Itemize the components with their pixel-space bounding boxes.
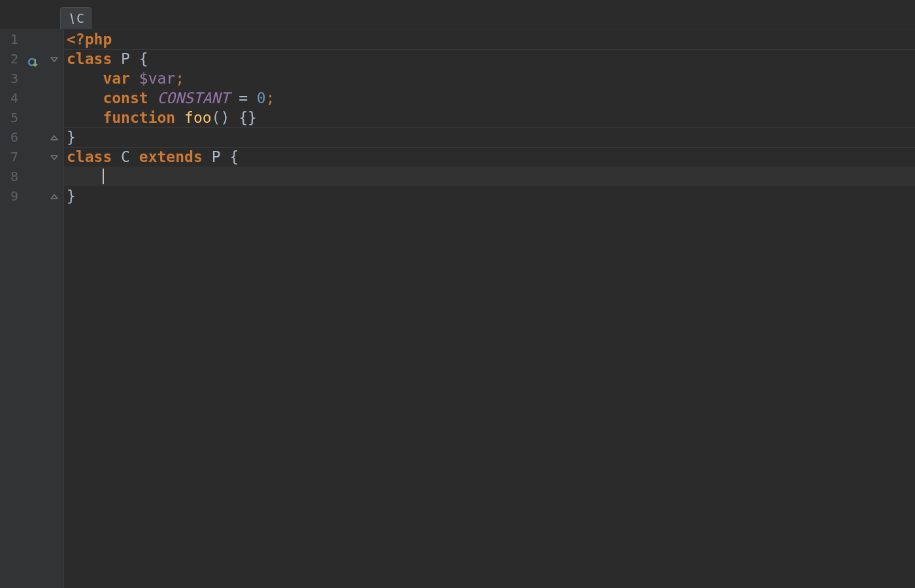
gutter-icon-cell (21, 29, 44, 49)
gutter-icon-cell[interactable] (21, 49, 44, 69)
method-separator (64, 127, 915, 147)
code-token: 0 (257, 90, 266, 106)
breadcrumb-chip-class[interactable]: \C (60, 7, 92, 29)
code-token: P (121, 50, 130, 67)
fold-cell[interactable] (44, 49, 64, 69)
editor-body: 1 2 3 4 5 6 7 8 9 (0, 29, 915, 588)
code-line[interactable]: } (64, 186, 915, 206)
code-token: () (212, 109, 230, 126)
code-token (229, 109, 239, 126)
fold-close-up-icon[interactable] (50, 193, 59, 202)
fold-close-up-icon[interactable] (50, 134, 59, 143)
code-token: { (139, 50, 148, 67)
code-token (229, 90, 239, 106)
code-token: foo (184, 109, 212, 126)
code-token (203, 148, 212, 165)
gutter-icon-cell (21, 108, 44, 127)
code-token (148, 90, 158, 106)
breadcrumb-namespace-separator: \ (67, 10, 75, 26)
svg-point-1 (30, 59, 34, 63)
fold-open-down-icon[interactable] (50, 56, 59, 65)
code-token: C (121, 148, 130, 165)
gutter: 1 2 3 4 5 6 7 8 9 (0, 29, 64, 588)
fold-cell[interactable] (44, 186, 64, 206)
line-number[interactable]: 9 (0, 186, 21, 206)
code-token: P (212, 148, 221, 165)
code-token (175, 109, 184, 126)
code-token: class (67, 50, 112, 67)
code-line[interactable]: var $var; (64, 69, 915, 88)
fold-cell[interactable] (44, 147, 64, 167)
code-token: } (67, 188, 76, 204)
code-token (112, 148, 121, 165)
code-token (130, 148, 139, 165)
code-token (248, 90, 257, 106)
gutter-icons (21, 29, 44, 588)
code-token (130, 70, 139, 87)
line-number[interactable]: 4 (0, 88, 21, 108)
fold-cell (44, 108, 64, 127)
line-number[interactable]: 5 (0, 108, 21, 127)
code-token: function (103, 109, 175, 126)
code-token: $var (139, 70, 175, 87)
code-token: ; (175, 70, 184, 87)
code-editor: \C 1 2 3 4 5 6 7 8 9 (0, 0, 915, 588)
code-token (130, 50, 139, 67)
code-token (220, 148, 229, 165)
fold-cell[interactable] (44, 127, 64, 147)
gutter-line-numbers: 1 2 3 4 5 6 7 8 9 (0, 29, 21, 588)
code-token (112, 50, 121, 67)
code-token: const (103, 90, 148, 106)
code-token: CONSTANT (158, 90, 230, 106)
line-number[interactable]: 6 (0, 127, 21, 147)
code-line[interactable]: class P { (64, 49, 915, 69)
code-line[interactable]: } (64, 127, 915, 147)
line-number[interactable]: 2 (0, 49, 21, 69)
code-line[interactable]: const CONSTANT = 0; (64, 88, 915, 108)
indent (67, 109, 103, 126)
gutter-icon-cell (21, 167, 44, 186)
code-token: var (103, 70, 130, 87)
gutter-icon-cell (21, 69, 44, 88)
gutter-icon-cell (21, 147, 44, 167)
fold-cell (44, 29, 64, 49)
indent (67, 168, 103, 185)
indent (67, 90, 103, 106)
code-token: class (67, 148, 112, 165)
fold-cell (44, 88, 64, 108)
line-number[interactable]: 1 (0, 29, 21, 49)
gutter-icon-cell (21, 186, 44, 206)
code-line[interactable]: class C extends P { (64, 147, 915, 167)
line-number[interactable]: 7 (0, 147, 21, 167)
code-token: {} (239, 109, 257, 126)
line-number[interactable]: 3 (0, 69, 21, 88)
code-line[interactable] (64, 167, 915, 186)
gutter-fold-markers (44, 29, 64, 588)
line-number[interactable]: 8 (0, 167, 21, 186)
method-separator (64, 49, 915, 50)
code-line[interactable]: function foo() {} (64, 108, 915, 127)
override-down-icon[interactable] (27, 54, 39, 66)
code-area[interactable]: <?phpclass P { var $var; const CONSTANT … (64, 29, 915, 588)
gutter-icon-cell (21, 127, 44, 147)
breadcrumb-bar: \C (0, 0, 915, 29)
code-token: extends (139, 148, 203, 165)
method-separator (64, 147, 915, 148)
code-token: { (229, 148, 239, 165)
fold-cell (44, 69, 64, 88)
code-token: = (239, 90, 248, 106)
code-token: <?php (67, 31, 112, 48)
gutter-icon-cell (21, 88, 44, 108)
code-line[interactable]: <?php (64, 29, 915, 49)
code-token: ; (266, 90, 275, 106)
fold-open-down-icon[interactable] (50, 154, 59, 163)
fold-cell (44, 167, 64, 186)
breadcrumb-label: C (76, 10, 84, 26)
text-caret (103, 169, 104, 184)
indent (67, 70, 103, 87)
